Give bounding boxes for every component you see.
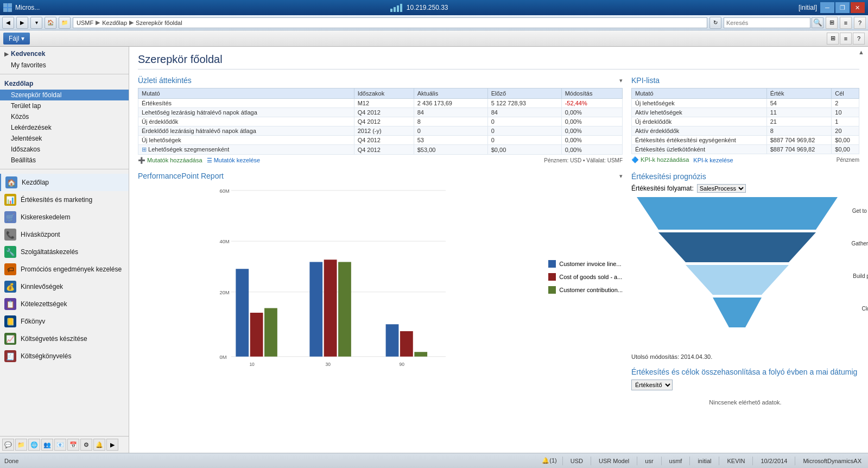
pp-header: PerformancePoint Report ▾ bbox=[138, 172, 623, 180]
legend-item-3: Customer contribution... bbox=[548, 286, 623, 294]
file-menu-button[interactable]: Fájl ▾ bbox=[3, 33, 30, 45]
chart-legend: Customer invoice line... Cost of goods s… bbox=[548, 184, 623, 370]
comparison-select[interactable]: Értékesítő bbox=[631, 380, 673, 390]
nav-item-szolg[interactable]: 🔧 Szolgáltatáskezelés bbox=[0, 243, 129, 261]
toolbar-icon1[interactable]: ⊞ bbox=[827, 33, 839, 45]
bottom-icon-1[interactable]: 💬 bbox=[2, 439, 14, 451]
minimize-button[interactable]: ─ bbox=[820, 2, 834, 13]
biz-cell-period: Q4 2012 bbox=[354, 108, 414, 117]
biz-cell-change: 0,00% bbox=[561, 117, 622, 127]
view-icon2[interactable]: ≡ bbox=[840, 17, 852, 29]
manage-mutatok-link[interactable]: ☰ Mutatók kezelése bbox=[207, 157, 261, 164]
toolbar-icon2[interactable]: ≡ bbox=[840, 33, 852, 45]
expand-sidebar-button[interactable]: ▶ bbox=[106, 439, 118, 451]
my-favorites-item[interactable]: My favorites bbox=[0, 60, 129, 71]
funnel-section: Értékesítési prognózis Értékesítési foly… bbox=[631, 172, 859, 360]
kpi-cell-name: Új lehetőségek bbox=[632, 99, 767, 108]
svg-rect-14 bbox=[264, 308, 277, 357]
kpi-table-row: Új érdeklődők 21 1 bbox=[632, 117, 859, 127]
forward-button[interactable]: ▶ bbox=[16, 17, 28, 29]
view-icon1[interactable]: ⊞ bbox=[826, 17, 838, 29]
nav-item-hivaskozpont[interactable]: 📞 Hívásközpont bbox=[0, 226, 129, 243]
folder-button[interactable]: 📁 bbox=[59, 17, 71, 29]
sales-process-select[interactable]: SalesProcess bbox=[697, 184, 746, 193]
business-overview-collapse[interactable]: ▾ bbox=[619, 77, 623, 84]
add-mutatok-link[interactable]: ➕ Mutatók hozzáadása bbox=[138, 157, 202, 164]
home-nav-button[interactable]: 🏠 bbox=[45, 17, 56, 29]
sidebar-item-beallitas[interactable]: Beállítás bbox=[0, 155, 129, 166]
pp-collapse[interactable]: ▾ bbox=[619, 173, 623, 180]
biz-cell-name: Lehetőség lezárásig hátralévő napok átla… bbox=[138, 108, 354, 117]
sidebar-bottom-icons: 💬 📁 🌐 👥 📧 📅 ⚙ 🔔 ▶ bbox=[0, 436, 129, 453]
nav-item-kinnlevo[interactable]: 💰 Kinnlevőségek bbox=[0, 278, 129, 295]
help-icon[interactable]: ? bbox=[854, 17, 866, 29]
add-kpi-link[interactable]: 🔷 KPI-k hozzáadása bbox=[631, 156, 689, 163]
nav-item-kisker[interactable]: 🛒 Kiskereskedelem bbox=[0, 208, 129, 226]
status-icon: 🔔(1) bbox=[542, 457, 556, 464]
bottom-icon-3[interactable]: 🌐 bbox=[28, 439, 40, 451]
manage-kpi-link[interactable]: KPI-k kezelése bbox=[693, 157, 733, 163]
expand-icon[interactable]: ⊞ bbox=[142, 146, 148, 153]
home-section-header[interactable]: Kezdőlap bbox=[0, 78, 129, 90]
sidebar-item-szerepkor-label: Szerepkör főoldal bbox=[11, 91, 61, 99]
window-controls[interactable]: ─ ❐ ✕ bbox=[820, 2, 865, 13]
dropdown-button[interactable]: ▾ bbox=[30, 17, 42, 29]
bottom-icon-8[interactable]: 🔔 bbox=[93, 439, 105, 451]
nav-item-promo[interactable]: 🏷 Promóciós engedmények kezelése bbox=[0, 261, 129, 278]
bottom-icon-4[interactable]: 👥 bbox=[41, 439, 53, 451]
search-button[interactable]: 🔍 bbox=[812, 17, 823, 28]
kpi-cell-value: 54 bbox=[766, 99, 832, 108]
nav-item-koltsegvet[interactable]: 📈 Költségvetés készítése bbox=[0, 330, 129, 347]
favorites-header[interactable]: ▶ Kedvencek bbox=[0, 48, 129, 60]
sidebar-item-terulet[interactable]: Terület lap bbox=[0, 100, 129, 111]
kpi-cell-target: 2 bbox=[832, 99, 859, 108]
status-divider bbox=[562, 457, 563, 465]
nav-item-fokonyv[interactable]: 📒 Főkönyv bbox=[0, 313, 129, 330]
kpi-add-icon: 🔷 bbox=[631, 156, 639, 163]
sidebar-item-kozos[interactable]: Közös bbox=[0, 111, 129, 122]
sidebar-nav-section: 🏠 Kezdőlap 📊 Értékesítés és marketing 🛒 … bbox=[0, 172, 129, 367]
legend-color-3 bbox=[548, 286, 556, 294]
sidebar-item-lekerd[interactable]: Lekérdezések bbox=[0, 122, 129, 133]
nav-item-kezdolap[interactable]: 🏠 Kezdőlap bbox=[0, 174, 129, 191]
biz-cell-period: 2012 (-y) bbox=[354, 127, 414, 136]
bottom-icon-6[interactable]: 📅 bbox=[67, 439, 79, 451]
back-button[interactable]: ◀ bbox=[2, 17, 14, 29]
kpi-cell-value: $887 704 969,82 bbox=[766, 136, 832, 145]
svg-rect-17 bbox=[338, 262, 351, 357]
close-button[interactable]: ✕ bbox=[851, 2, 865, 13]
breadcrumb-sep1: ▶ bbox=[96, 19, 100, 26]
legend-color-1 bbox=[548, 260, 556, 268]
sidebar-item-szerepkor[interactable]: Szerepkör főoldal bbox=[0, 90, 129, 100]
sidebar-item-idoszakos[interactable]: Időszakos bbox=[0, 144, 129, 155]
status-dynamics: MicrosoftDynamicsAX bbox=[801, 458, 864, 464]
nav-item-kezdolap-label: Kezdőlap bbox=[22, 179, 49, 186]
svg-text:Retail customers: Retail customers bbox=[311, 368, 345, 368]
bottom-icon-5[interactable]: 📧 bbox=[54, 439, 66, 451]
title-bar-center: 10.219.250.33 bbox=[390, 4, 448, 12]
nav-item-kinnlevo-label: Kinnlevőségek bbox=[21, 283, 63, 290]
refresh-button[interactable]: ↻ bbox=[709, 17, 721, 29]
favorites-section: ▶ Kedvencek My favorites bbox=[0, 47, 129, 72]
bottom-icon-2[interactable]: 📁 bbox=[15, 439, 27, 451]
search-input[interactable] bbox=[724, 17, 810, 28]
restore-button[interactable]: ❐ bbox=[835, 2, 850, 13]
biz-cell-period: Q4 2012 bbox=[354, 145, 414, 155]
kpi-table-row: Aktív lehetőségek 11 10 bbox=[632, 108, 859, 117]
user-info: [initial] bbox=[799, 4, 817, 11]
kpi-add-label: KPI-k hozzáadása bbox=[641, 156, 689, 163]
kpi-cell-value: 11 bbox=[766, 108, 832, 117]
nav-item-ertekesites[interactable]: 📊 Értékesítés és marketing bbox=[0, 191, 129, 208]
koltsegkonyv-icon: 🧾 bbox=[4, 350, 16, 362]
sidebar-item-jelent[interactable]: Jelentések bbox=[0, 133, 129, 144]
kpi-cell-target: $0,00 bbox=[832, 145, 859, 154]
kpi-title: KPI-lista bbox=[631, 76, 660, 85]
last-modified: Utolsó módosítás: 2014.04.30. bbox=[631, 353, 859, 360]
nav-item-kotele[interactable]: 📋 Kötelezettségek bbox=[0, 295, 129, 313]
nav-item-promo-label: Promóciós engedmények kezelése bbox=[21, 265, 122, 273]
toolbar-help[interactable]: ? bbox=[853, 33, 865, 45]
nav-item-koltsegkonyv[interactable]: 🧾 Költségkönyvelés bbox=[0, 347, 129, 365]
biz-col-idoszakok: Időszakok bbox=[354, 88, 414, 99]
bottom-icon-7[interactable]: ⚙ bbox=[80, 439, 92, 451]
scroll-up-btn[interactable]: ▲ bbox=[858, 49, 866, 55]
